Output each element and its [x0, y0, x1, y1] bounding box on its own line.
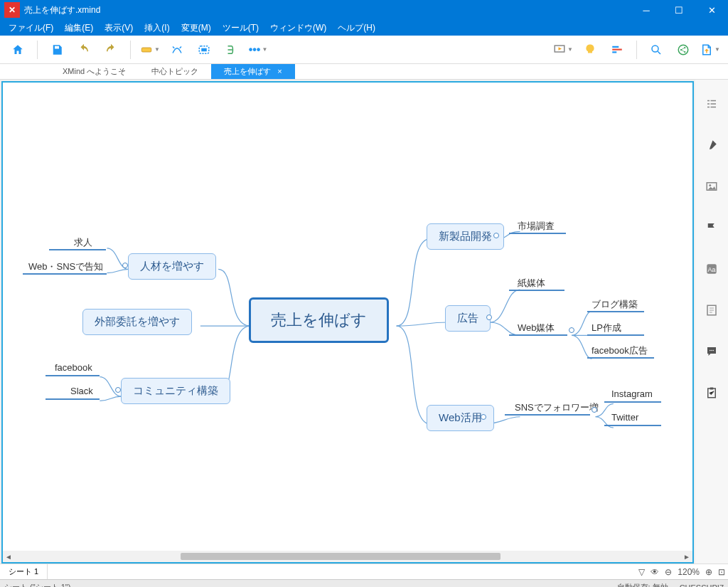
leaf-kami-baitai[interactable]: 紙媒体	[518, 277, 545, 290]
notes-panel-button[interactable]	[702, 300, 722, 320]
scroll-right-icon[interactable]: ►	[681, 551, 692, 562]
image-icon	[705, 180, 718, 193]
more-button[interactable]: •••▼	[246, 39, 270, 60]
marker-panel-button[interactable]	[702, 218, 722, 238]
home-icon	[11, 43, 24, 56]
menu-insert[interactable]: 挿入(I)	[139, 20, 175, 36]
canvas-frame: 売上を伸ばす 人材を増やす 外部委託を増やす コミュニティ構築 求人 Web・S…	[1, 81, 694, 564]
summary-icon	[225, 43, 237, 56]
menu-bar: ファイル(F) 編集(E) 表示(V) 挿入(I) 変更(M) ツール(T) ウ…	[0, 20, 728, 36]
tab-center-topic[interactable]: 中心トピック	[139, 64, 211, 79]
redo-button[interactable]	[99, 39, 123, 60]
relationship-button[interactable]	[165, 39, 189, 60]
maximize-button[interactable]: ☐	[663, 0, 695, 20]
gantt-button[interactable]	[605, 39, 629, 60]
zoom-fit-button[interactable]: ⊡	[718, 567, 725, 577]
leaf-facebook[interactable]: facebook	[55, 362, 92, 373]
sheet-tab[interactable]: シート 1	[0, 564, 48, 579]
scroll-left-icon[interactable]: ◄	[3, 551, 14, 562]
svg-rect-0	[141, 48, 151, 52]
svg-point-7	[652, 46, 658, 52]
leaf-web-baitai[interactable]: Web媒体	[518, 322, 555, 334]
leaf-lp-sakusei[interactable]: LP作成	[592, 322, 621, 334]
tab-active-label: 売上を伸ばす	[224, 67, 271, 75]
outline-icon	[705, 97, 718, 110]
joint-icon[interactable]	[122, 263, 128, 268]
comment-icon	[705, 345, 718, 358]
menu-edit[interactable]: 編集(E)	[59, 20, 99, 36]
scroll-thumb[interactable]	[181, 553, 500, 560]
font-panel-button[interactable]: Aa	[702, 259, 722, 279]
eye-icon[interactable]: 👁	[651, 567, 659, 577]
horizontal-scrollbar[interactable]: ◄ ►	[3, 551, 692, 562]
sheet-footer: シート 1 ▽ 👁 ⊖ 120% ⊕ ⊡	[0, 564, 728, 579]
zoom-in-button[interactable]: ⊕	[705, 567, 712, 577]
save-button[interactable]	[45, 39, 69, 60]
central-topic[interactable]: 売上を伸ばす	[249, 297, 389, 343]
brainstorm-button[interactable]	[578, 39, 602, 60]
svg-point-19	[713, 350, 714, 351]
leaf-web-sns-kokuchi[interactable]: Web・SNSで告知	[28, 260, 103, 273]
topic-koukoku[interactable]: 広告	[445, 305, 491, 332]
menu-view[interactable]: 表示(V)	[99, 20, 139, 36]
leaf-sns-follower[interactable]: SNSでフォロワー増	[515, 401, 599, 414]
tab-active[interactable]: 売上を伸ばす ×	[211, 64, 295, 79]
topic-gaibu[interactable]: 外部委託を増やす	[82, 309, 192, 335]
svg-rect-6	[612, 51, 616, 53]
comments-panel-button[interactable]	[702, 342, 722, 361]
undo-button[interactable]	[72, 39, 96, 60]
svg-point-18	[711, 350, 712, 351]
boundary-icon	[198, 43, 210, 56]
leaf-kyujin[interactable]: 求人	[74, 236, 92, 249]
leaf-shijou-chousa[interactable]: 市場調査	[518, 220, 555, 233]
menu-modify[interactable]: 変更(M)	[176, 20, 217, 36]
document-tab-bar: XMind へようこそ 中心トピック 売上を伸ばす ×	[0, 64, 728, 80]
topic-community[interactable]: コミュニティ構築	[121, 378, 230, 404]
topic-jinzai[interactable]: 人材を増やす	[128, 253, 216, 280]
leaf-instagram[interactable]: Instagram	[611, 388, 653, 399]
leaf-blog-kouchiku[interactable]: ブログ構築	[592, 298, 638, 311]
topic-style-button[interactable]: ▼	[138, 39, 162, 60]
menu-help[interactable]: ヘルプ(H)	[332, 20, 381, 36]
joint-icon[interactable]	[115, 387, 121, 393]
outline-panel-button[interactable]	[702, 94, 722, 114]
home-button[interactable]	[6, 39, 30, 60]
zoom-level[interactable]: 120%	[678, 567, 700, 577]
close-button[interactable]: ✕	[695, 0, 728, 20]
boundary-button[interactable]	[192, 39, 216, 60]
status-sheet-label: シート ("シート 1")	[4, 582, 70, 587]
leaf-fb-koukoku[interactable]: facebook広告	[592, 344, 648, 357]
share-button[interactable]	[671, 39, 695, 60]
leaf-twitter[interactable]: Twitter	[611, 412, 638, 423]
toolbar: ▼ •••▼ ▼ ▼	[0, 36, 728, 64]
topic-shinseihin[interactable]: 新製品開発	[427, 223, 504, 250]
redo-icon	[105, 43, 117, 56]
task-panel-button[interactable]	[702, 383, 722, 403]
menu-tools[interactable]: ツール(T)	[217, 20, 264, 36]
svg-point-8	[678, 45, 688, 55]
search-button[interactable]	[644, 39, 668, 60]
joint-icon[interactable]	[481, 414, 486, 420]
joint-icon[interactable]	[486, 314, 492, 320]
menu-window[interactable]: ウィンドウ(W)	[264, 20, 332, 36]
summary-button[interactable]	[219, 39, 243, 60]
joint-icon[interactable]	[493, 233, 499, 238]
leaf-slack[interactable]: Slack	[70, 386, 93, 396]
mindmap-canvas[interactable]: 売上を伸ばす 人材を増やす 外部委託を増やす コミュニティ構築 求人 Web・S…	[3, 83, 692, 562]
image-panel-button[interactable]	[702, 176, 722, 196]
joint-icon[interactable]	[569, 327, 574, 333]
presentation-icon	[553, 43, 566, 56]
menu-file[interactable]: ファイル(F)	[3, 20, 59, 36]
filter-icon[interactable]: ▽	[638, 567, 645, 577]
export-button[interactable]: ▼	[698, 39, 722, 60]
zoom-out-button[interactable]: ⊖	[665, 567, 672, 577]
share-icon	[677, 43, 690, 56]
tab-welcome[interactable]: XMind へようこそ	[50, 64, 139, 79]
joint-icon[interactable]	[592, 407, 597, 413]
minimize-button[interactable]: ─	[630, 0, 663, 20]
close-icon[interactable]: ×	[277, 67, 282, 75]
notes-icon	[705, 304, 718, 317]
presentation-button[interactable]: ▼	[551, 39, 575, 60]
format-panel-button[interactable]	[702, 135, 722, 155]
lightbulb-icon	[584, 43, 596, 56]
